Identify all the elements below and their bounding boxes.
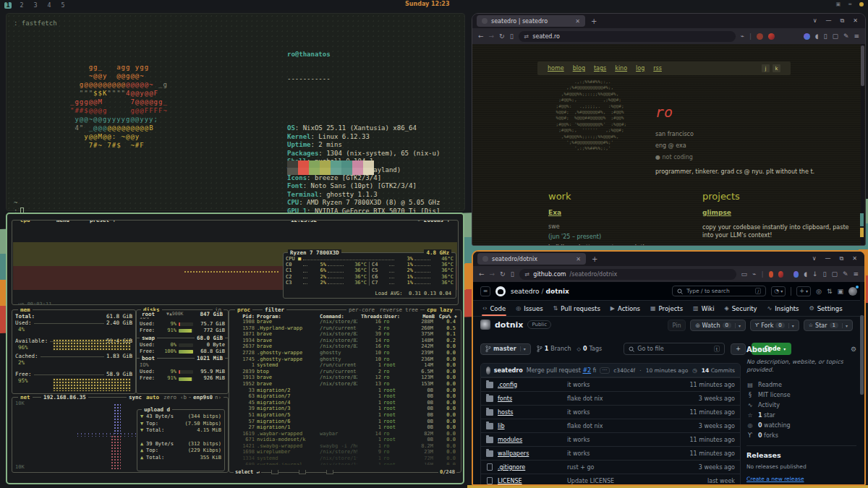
proc-row[interactable]: 51migration/5 1root0B0.0 <box>229 412 459 419</box>
close-button[interactable]: ✕ <box>853 17 858 25</box>
split-view-icon[interactable]: ▯ <box>822 270 826 278</box>
copilot-button[interactable]: ◔▾ <box>771 286 786 296</box>
chat-icon[interactable]: ◖ <box>815 33 819 40</box>
inbox-icon[interactable]: ▣ <box>837 288 843 295</box>
proc-row[interactable]: 63migration/7 1root0B0.0 <box>229 393 459 400</box>
battery-icon[interactable] <box>859 2 864 7</box>
branches-link[interactable]: 1Branch <box>537 346 571 352</box>
extensions-puzzle-icon[interactable] <box>804 33 810 40</box>
branch-selector[interactable]: master▾ <box>480 343 531 355</box>
hamburger-menu-icon[interactable]: ≡ <box>480 286 490 296</box>
file-row[interactable]: LICENSE Update LICENSE last week <box>481 474 740 486</box>
tracker-shield-icon[interactable]: ⇄ <box>525 271 530 278</box>
cpu-interval-control[interactable]: - 2000ms + <box>415 220 452 223</box>
file-row[interactable]: hosts it works 11 minutes ago <box>481 405 740 419</box>
proc-row[interactable]: 1698wireplumber/nix/store/h9e/sycqj3l2lj… <box>229 449 459 455</box>
proc-row[interactable]: 1619.waybar-wrappedwaybar 14ro82M0.0 <box>229 431 459 437</box>
tab-list-icon[interactable]: ∨ <box>813 17 817 25</box>
github-search-input[interactable]: Type / to search / <box>672 286 766 296</box>
site-nav-link[interactable]: blog <box>573 65 585 72</box>
about-item[interactable]: ∿ Activity <box>746 400 856 410</box>
cpu-panel-title[interactable]: cpu <box>18 220 33 223</box>
sidebar-icon[interactable]: ▯ <box>511 270 514 278</box>
browser-tab[interactable]: seatedro/dotnix ✕ <box>477 253 586 265</box>
reload-icon[interactable]: ↻ <box>500 270 506 278</box>
page-scrollbar[interactable] <box>860 282 864 484</box>
add-file-button[interactable]: + <box>731 343 746 355</box>
file-row[interactable]: fonts flake dot nix 3 weeks ago <box>481 391 740 405</box>
star-button[interactable]: ☆Star1▾ <box>804 320 853 331</box>
workspace-button[interactable]: 4 <box>46 2 53 9</box>
site-nav-key-button[interactable]: j <box>762 64 770 72</box>
proc-row[interactable]: 2637brave/nix/store/82mmanczr1cr6dlr6g 1… <box>229 343 459 350</box>
proc-tree-toggle[interactable]: tree <box>403 307 420 313</box>
btop-proc-panel[interactable]: proc filter per-core reverse tree cpu la… <box>229 309 461 473</box>
net-auto-toggle[interactable]: auto <box>144 394 161 401</box>
file-name-link[interactable]: .config <box>498 382 563 388</box>
proc-row[interactable]: 1578.Hyprland-wrapp/run/current-system/s… <box>229 325 459 332</box>
proc-panel-title[interactable]: proc <box>235 307 252 313</box>
breadcrumb-repo[interactable]: dotnix <box>546 288 569 295</box>
proc-row[interactable]: 671nvidia-modeset/k 1root0B0.0 <box>229 437 459 443</box>
panel-icon[interactable]: ▢ <box>831 270 838 278</box>
proc-key-hint[interactable] <box>271 470 278 474</box>
file-commit-message[interactable]: it works <box>567 409 685 416</box>
btop-disks-panel[interactable]: disks io root ▼▲900K 847 GiB IO% Used:9%… <box>136 309 229 394</box>
repo-name[interactable]: dotnix <box>495 320 523 330</box>
about-item[interactable]: ▤ Readme <box>746 380 856 390</box>
workspace-button[interactable]: 1 <box>4 2 12 9</box>
btop-cpu-panel[interactable]: cpu menu preset + 12:23:32 - 2000ms + Ry… <box>12 220 459 305</box>
pin-button[interactable]: Pin <box>668 320 686 331</box>
browser-window-github[interactable]: seatedro/dotnix ✕ + ∨ — ⧉ ✕ ← → ↻ ▯ ⇄ gi… <box>472 250 866 486</box>
commit-expand-icon[interactable]: ··· <box>600 367 610 374</box>
proc-reverse-toggle[interactable]: reverse <box>377 307 404 313</box>
site-nav-link[interactable]: kino <box>615 65 627 72</box>
browser-tab[interactable]: seatedro | seatedro ✕ <box>477 15 585 27</box>
proc-table[interactable]: 1908brave/nix/store/82mmanczr1cr6dlr6g 1… <box>229 319 459 465</box>
tab-close-icon[interactable]: ✕ <box>576 256 581 262</box>
commit-message[interactable]: Merge pull request #2 from seatedro/refa… <box>527 367 596 374</box>
file-row[interactable]: wallpapers it works 11 minutes ago <box>481 446 740 460</box>
close-button[interactable]: ✕ <box>852 255 857 262</box>
site-nav-key-button[interactable]: k <box>773 64 780 72</box>
site-nav-link[interactable]: log <box>636 65 644 72</box>
net-iface-next[interactable]: n› <box>213 394 224 401</box>
split-view-icon[interactable]: ▯ <box>823 33 827 40</box>
share-icon[interactable]: ⌁ <box>741 33 744 40</box>
chat-icon[interactable]: ◖ <box>804 270 807 278</box>
proc-row[interactable]: 2839btop/run/current-system/sw/bin/b 2ro… <box>229 369 459 375</box>
browser-window-seatedro[interactable]: seatedro | seatedro ✕ + ∨ — ⧉ ✕ ← → ↻ ▯ … <box>472 13 866 246</box>
about-item[interactable]: ☆ 1 star <box>746 410 856 420</box>
file-row[interactable]: .gitignore rust + go 3 weeks ago <box>481 460 740 474</box>
file-row[interactable]: lib flake dot nix 3 weeks ago <box>481 419 740 432</box>
gear-icon[interactable]: ⚙ <box>851 346 856 353</box>
proc-key-hint[interactable] <box>299 470 306 474</box>
repo-tab[interactable]: ⚙ Settings <box>804 301 848 316</box>
proc-row[interactable]: 33migration/2 1root0B0.0 <box>229 388 459 394</box>
extension-icon[interactable] <box>757 33 763 40</box>
url-bar[interactable]: ⇄ seated.ro <box>519 31 736 42</box>
file-commit-message[interactable]: it works <box>567 382 685 388</box>
new-tab-button[interactable]: + <box>592 255 597 263</box>
minimize-button[interactable]: — <box>825 255 831 262</box>
proc-row[interactable]: 1913brave/nix/store/82mmanczr1cr6dlr6g 1… <box>229 374 459 381</box>
proc-row[interactable]: 27migration/1 1root0B0.0 <box>229 424 459 431</box>
about-item[interactable]: Ƴ 0 forks <box>746 430 856 440</box>
proc-filter-button[interactable]: filter <box>263 307 286 313</box>
share-icon[interactable]: ⌁ <box>752 270 756 278</box>
file-commit-message[interactable]: it works <box>567 450 685 457</box>
repo-tab[interactable]: ∿ Insights <box>762 301 804 316</box>
file-name-link[interactable]: wallpapers <box>498 450 563 457</box>
btop-net-panel[interactable]: net 192.168.86.35 sync auto zero ‹b enp9… <box>12 397 229 473</box>
site-nav-link[interactable]: home <box>548 65 564 72</box>
volume-icon[interactable]: ≖ <box>848 1 852 7</box>
repo-tab[interactable]: ◈ Security <box>720 301 762 316</box>
commit-author-avatar[interactable] <box>486 367 490 374</box>
about-item[interactable]: § MIT license <box>746 390 856 400</box>
proc-row[interactable]: 1908brave/nix/store/82mmanczr1cr6dlr6g 1… <box>229 319 459 325</box>
menu-icon[interactable]: ≡ <box>853 270 859 278</box>
repo-tab[interactable]: ▦ Projects <box>645 301 688 316</box>
file-name-link[interactable]: lib <box>498 423 563 429</box>
panel-icon[interactable]: ▢ <box>832 33 838 40</box>
pr-link[interactable]: #2 <box>582 367 591 374</box>
